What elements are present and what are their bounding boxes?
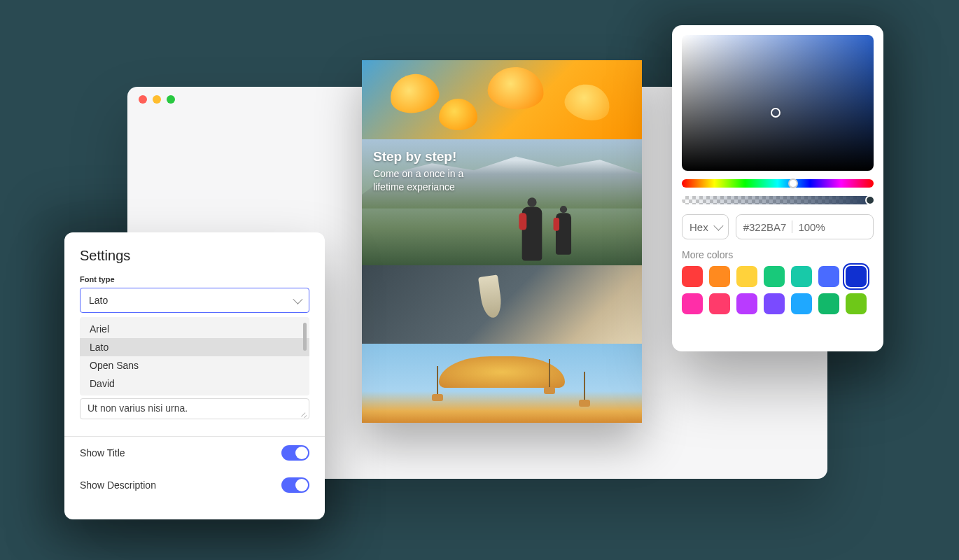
alpha-knob[interactable] (865, 195, 875, 205)
color-swatch[interactable] (818, 266, 839, 287)
hex-value: #322BA7 (743, 221, 787, 233)
hue-slider[interactable] (682, 179, 874, 188)
gallery-tile-flowers[interactable] (362, 60, 642, 139)
font-type-select[interactable]: Lato (80, 288, 309, 313)
color-input-row: Hex #322BA7 100% (682, 214, 874, 239)
color-swatch[interactable] (818, 293, 839, 314)
flower-icon (439, 99, 477, 130)
gallery-tile-hikers[interactable]: Step by step! Come on a once in a lifeti… (362, 139, 642, 265)
font-option-david[interactable]: David (80, 374, 309, 393)
show-description-toggle[interactable] (281, 477, 309, 493)
carousel-icon (439, 356, 565, 388)
gallery-tile-carousel[interactable] (362, 344, 642, 423)
flower-icon (486, 65, 546, 112)
maximize-window-button[interactable] (167, 95, 175, 104)
hue-knob[interactable] (788, 178, 798, 188)
hiker-icon (522, 206, 542, 260)
color-swatch[interactable] (736, 266, 757, 287)
description-value: Ut non varius nisi urna. (88, 402, 188, 414)
flower-icon (387, 70, 442, 116)
font-type-selected-value: Lato (89, 295, 108, 306)
color-swatch[interactable] (764, 293, 785, 314)
resize-handle-icon[interactable] (300, 410, 307, 417)
swing-icon (579, 400, 590, 407)
saturation-value-area[interactable] (682, 35, 874, 171)
chevron-down-icon (293, 295, 302, 304)
color-swatch[interactable] (682, 293, 703, 314)
color-swatch[interactable] (846, 293, 867, 314)
font-type-label: Font type (80, 275, 309, 284)
more-colors-label: More colors (682, 249, 874, 260)
settings-title: Settings (80, 248, 309, 264)
color-swatch[interactable] (764, 266, 785, 287)
font-option-ariel[interactable]: Ariel (80, 320, 309, 338)
color-swatch[interactable] (846, 266, 867, 287)
color-swatch[interactable] (682, 266, 703, 287)
color-picker-panel: Hex #322BA7 100% More colors (672, 25, 883, 351)
alpha-value: 100% (798, 221, 825, 233)
font-option-lato[interactable]: Lato (80, 338, 309, 356)
tile-title: Step by step! (373, 149, 463, 164)
color-swatch[interactable] (791, 266, 812, 287)
show-title-row: Show Title (80, 437, 309, 469)
toggle-knob (295, 479, 308, 491)
color-swatch[interactable] (791, 293, 812, 314)
font-option-open-sans[interactable]: Open Sans (80, 356, 309, 374)
tile-subtitle-line: lifetime experiance (373, 181, 463, 194)
swing-icon (432, 394, 443, 401)
minimize-window-button[interactable] (153, 95, 161, 104)
swatch-grid (682, 266, 874, 314)
show-title-label: Show Title (80, 447, 125, 458)
color-swatch[interactable] (736, 293, 757, 314)
sv-cursor[interactable] (771, 108, 780, 118)
divider (792, 220, 792, 233)
tile-overlay: Step by step! Come on a once in a lifeti… (373, 149, 463, 194)
show-description-label: Show Description (80, 479, 156, 491)
scrollbar[interactable] (303, 323, 307, 351)
tile-subtitle-line: Come on a once in a (373, 167, 463, 181)
color-value-input[interactable]: #322BA7 100% (736, 214, 874, 239)
color-swatch[interactable] (709, 266, 730, 287)
show-description-row: Show Description (80, 469, 309, 501)
image-list-preview: Step by step! Come on a once in a lifeti… (362, 60, 642, 423)
color-format-value: Hex (690, 221, 708, 233)
settings-panel: Settings Font type Lato Ariel Lato Open … (64, 232, 325, 519)
color-format-select[interactable]: Hex (682, 214, 729, 239)
gallery-tile-toast[interactable] (362, 265, 642, 344)
toggle-knob (295, 447, 308, 459)
alpha-slider[interactable] (682, 196, 874, 204)
close-window-button[interactable] (139, 95, 147, 104)
swing-icon (544, 387, 555, 394)
hiker-icon (556, 213, 571, 255)
description-textarea[interactable]: Ut non varius nisi urna. (80, 398, 309, 419)
chevron-down-icon (713, 221, 723, 231)
font-type-dropdown: Ariel Lato Open Sans David (80, 317, 309, 396)
flower-icon (561, 79, 615, 125)
color-swatch[interactable] (709, 293, 730, 314)
show-title-toggle[interactable] (281, 445, 309, 461)
champagne-glass-icon (478, 274, 503, 318)
